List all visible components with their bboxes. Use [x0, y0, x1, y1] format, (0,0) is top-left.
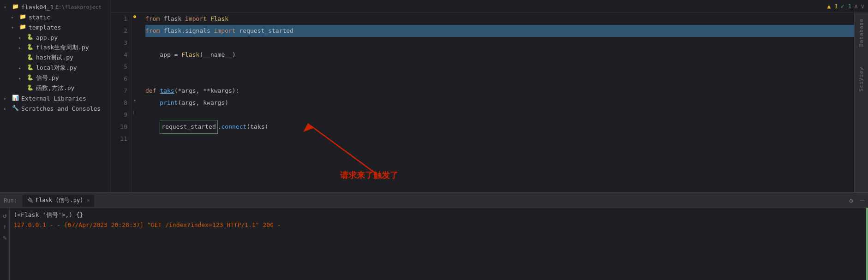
line-num-4: 4: [111, 49, 127, 61]
token: request_started: [239, 25, 293, 37]
arrow-icon: [11, 25, 18, 30]
code-line-5: [145, 61, 854, 73]
minimize-icon[interactable]: ─: [861, 197, 864, 204]
sidebar-label-func-method: 函数,方法.py: [36, 84, 74, 92]
console-output-text-2: 127.0.0.1 - - [07/Apr/2023 20:28:37] "GE…: [13, 220, 281, 230]
sidebar-label-external-libs: External Libraries: [21, 95, 86, 102]
py-icon: 🐍: [26, 84, 34, 92]
run-tab-icon: 🔌: [27, 197, 34, 203]
code-line-10: request_started.connect(taks): [145, 121, 854, 133]
token: from: [145, 13, 163, 25]
token: =: [174, 49, 182, 61]
sidebar-label-app-py: app.py: [36, 34, 58, 41]
sidebar-item-hash-test[interactable]: 🐍 hash测试.py: [0, 53, 110, 63]
warning-icon: ▲ 1: [827, 3, 838, 10]
settings-icon[interactable]: ⚙: [849, 197, 853, 204]
token: connect: [221, 121, 247, 133]
check-icon: ✓ 1: [841, 3, 851, 10]
gutter: ● ▾ ⎸: [132, 13, 142, 192]
folder-icon: 📁: [18, 13, 27, 21]
code-line-3: [145, 37, 854, 49]
code-line-4: app = Flask(__name__): [145, 49, 854, 61]
code-content[interactable]: from flask import Flask from flask.signa…: [142, 13, 854, 192]
scratches-icon: 🔧: [11, 105, 19, 112]
sidebar-item-app-py[interactable]: 🐍 app.py: [0, 32, 110, 42]
libs-icon: 📊: [11, 95, 19, 102]
code-line-7: def taks(*args, **kwargs):: [145, 85, 854, 97]
sidebar-item-project[interactable]: 📁 flask04_1 E:\flaskproject: [0, 2, 110, 12]
sidebar-item-local-object[interactable]: 🐍 local对象.py: [0, 63, 110, 73]
token: [145, 121, 160, 133]
console-side-icons: ↺ ↑ ✎: [0, 208, 10, 280]
sidebar-item-templates[interactable]: 📁 templates: [0, 22, 110, 32]
arrow-icon: [4, 106, 11, 111]
token: app: [145, 49, 174, 61]
token: (args, kwargs): [178, 97, 228, 109]
editor-header: ▲ 1 ✓ 1 ∧ ∨: [111, 0, 868, 13]
py-icon: 🐍: [26, 54, 34, 61]
editor-area: ▲ 1 ✓ 1 ∧ ∨ 1 2 3 4 5 6 7 8 9 10 11 ●: [111, 0, 868, 192]
token: ): [232, 49, 236, 61]
token: (taks): [246, 121, 268, 133]
line-num-1: 1: [111, 13, 127, 25]
close-tab-button[interactable]: ×: [87, 198, 90, 203]
annotation-text: 请求来了触发了: [340, 170, 398, 181]
bottom-panel: Run: 🔌 Flask (信号.py) × ⚙ ─ ↺ ↑ ✎ (<Flask…: [0, 192, 868, 280]
nav-up-icon[interactable]: ∧: [854, 3, 858, 10]
edit-icon[interactable]: ✎: [3, 234, 6, 241]
gutter-warning-icon: ●: [133, 14, 136, 19]
sidebar-label-templates: templates: [29, 24, 61, 31]
code-editor: 1 2 3 4 5 6 7 8 9 10 11 ● ▾ ⎸: [111, 13, 868, 192]
code-line-6: [145, 73, 854, 85]
py-icon: 🐍: [26, 74, 34, 82]
scroll-up-icon[interactable]: ↑: [3, 223, 6, 230]
console-line-2: 127.0.0.1 - - [07/Apr/2023 20:28:37] "GE…: [13, 220, 862, 230]
code-line-8: print(args, kwargs): [145, 97, 854, 109]
token: print: [160, 97, 178, 109]
py-icon: 🐍: [26, 64, 34, 71]
green-scroll-bar: [866, 208, 868, 280]
right-tab-sciview[interactable]: SciView: [856, 61, 867, 97]
token: __name__: [203, 49, 232, 61]
token: (: [199, 49, 203, 61]
arrow-icon: [4, 96, 11, 101]
line-num-7: 7: [111, 85, 127, 97]
sidebar-item-scratches[interactable]: 🔧 Scratches and Consoles: [0, 103, 110, 113]
token: (*args, **kwargs):: [174, 85, 239, 97]
code-line-1: from flask import Flask: [145, 13, 854, 25]
nav-down-icon[interactable]: ∨: [861, 3, 864, 10]
token: Flask: [181, 49, 199, 61]
folder-icon: 📁: [11, 3, 19, 11]
line-num-2: 2: [111, 25, 127, 37]
sidebar-label-scratches: Scratches and Consoles: [21, 105, 101, 112]
right-tab-database[interactable]: Database: [856, 13, 867, 52]
line-num-3: 3: [111, 37, 127, 49]
run-label: Run:: [4, 197, 17, 204]
line-numbers: 1 2 3 4 5 6 7 8 9 10 11: [111, 13, 132, 192]
token: import: [185, 13, 210, 25]
py-icon: 🐍: [26, 44, 34, 51]
token: .: [218, 121, 221, 133]
sidebar-item-flask-lifecycle[interactable]: 🐍 flask生命周期.py: [0, 42, 110, 53]
line-num-8: 8: [111, 97, 127, 109]
sidebar-item-external-libs[interactable]: 📊 External Libraries: [0, 93, 110, 103]
token: from: [145, 25, 163, 37]
sidebar-label-static: static: [29, 14, 50, 21]
code-line-2: from flask.signals import request_starte…: [145, 25, 854, 37]
token: taks: [160, 85, 174, 97]
arrow-icon: [18, 76, 26, 81]
token: import: [214, 25, 239, 37]
sidebar-item-static[interactable]: 📁 static: [0, 12, 110, 22]
sidebar-label-signal: 信号.py: [36, 74, 59, 82]
right-tabs: Database SciView: [854, 13, 868, 192]
line-num-5: 5: [111, 61, 127, 73]
rerun-icon[interactable]: ↺: [3, 212, 6, 219]
token: flask: [163, 13, 185, 25]
console-output: (<Flask '信号'>,) {} 127.0.0.1 - - [07/Apr…: [10, 208, 866, 280]
sidebar-item-func-method[interactable]: 🐍 函数,方法.py: [0, 83, 110, 93]
folder-icon: 📁: [18, 24, 27, 31]
code-line-9: [145, 109, 854, 121]
run-tab[interactable]: 🔌 Flask (信号.py) ×: [23, 195, 95, 207]
sidebar-item-signal[interactable]: 🐍 信号.py: [0, 73, 110, 83]
py-icon: 🐍: [26, 34, 34, 41]
